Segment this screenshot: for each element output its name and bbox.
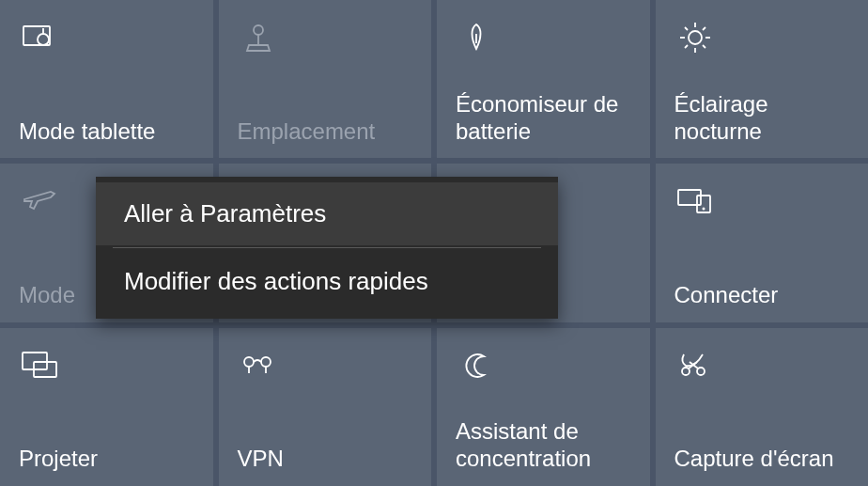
airplane-icon xyxy=(19,180,60,222)
tile-label: VPN xyxy=(238,446,413,473)
svg-point-3 xyxy=(254,25,263,35)
svg-line-12 xyxy=(703,45,705,48)
tile-screen-snip[interactable]: Capture d'écran xyxy=(656,328,869,486)
tile-label: Mode tablette xyxy=(19,118,194,146)
connect-icon xyxy=(674,180,716,222)
svg-point-21 xyxy=(261,357,271,367)
tile-label: Éclairage nocturne xyxy=(674,91,850,146)
tablet-mode-icon xyxy=(19,17,60,58)
tile-label: Assistant de concentration xyxy=(456,418,631,473)
tile-label: Économiseur de batterie xyxy=(456,91,631,146)
tile-location[interactable]: Emplacement xyxy=(219,0,432,158)
svg-rect-0 xyxy=(23,26,50,45)
tile-connect[interactable]: Connecter xyxy=(656,164,869,321)
svg-line-13 xyxy=(703,27,705,30)
menu-separator xyxy=(113,247,541,248)
svg-point-6 xyxy=(689,31,702,44)
tile-battery-saver[interactable]: Économiseur de batterie xyxy=(437,0,650,158)
context-menu: Aller à Paramètres Modifier des actions … xyxy=(96,177,558,319)
svg-point-23 xyxy=(697,368,705,375)
project-icon xyxy=(19,345,60,386)
svg-point-22 xyxy=(682,368,690,375)
tile-label: Capture d'écran xyxy=(674,446,850,473)
night-light-icon xyxy=(674,17,716,58)
svg-line-11 xyxy=(685,27,688,30)
screen-snip-icon xyxy=(674,345,716,386)
svg-point-17 xyxy=(702,208,705,211)
tile-project[interactable]: Projeter xyxy=(0,328,213,486)
tile-tablet-mode[interactable]: Mode tablette xyxy=(0,0,213,158)
svg-line-14 xyxy=(685,45,688,48)
location-icon xyxy=(238,17,279,58)
vpn-icon xyxy=(238,345,279,386)
tile-focus-assist[interactable]: Assistant de concentration xyxy=(437,328,650,486)
tile-label: Connecter xyxy=(674,282,850,309)
focus-assist-icon xyxy=(456,345,497,386)
svg-point-20 xyxy=(244,357,254,367)
battery-saver-icon xyxy=(456,17,497,58)
svg-rect-18 xyxy=(23,353,47,369)
menu-item-go-to-settings[interactable]: Aller à Paramètres xyxy=(96,182,558,245)
tile-night-light[interactable]: Éclairage nocturne xyxy=(656,0,869,158)
tile-vpn[interactable]: VPN xyxy=(219,328,432,486)
svg-point-1 xyxy=(38,34,49,45)
tile-label: Projeter xyxy=(19,446,194,473)
menu-item-edit-quick-actions[interactable]: Modifier des actions rapides xyxy=(96,250,558,313)
tile-label: Emplacement xyxy=(238,118,413,146)
